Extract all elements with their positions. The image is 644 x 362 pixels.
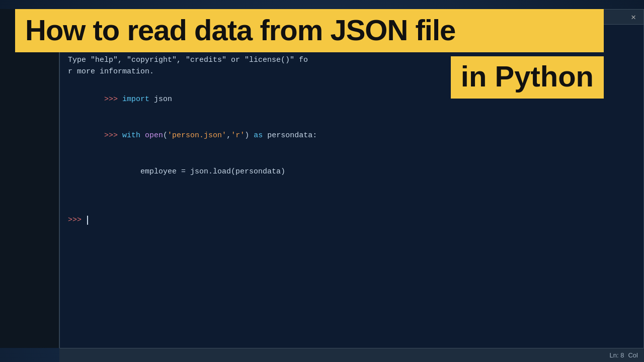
active-prompt-line[interactable]: >>> <box>68 214 635 226</box>
open-builtin: open <box>145 131 163 140</box>
prompt-2: >>> <box>104 131 122 140</box>
col-status: Col <box>628 351 638 359</box>
left-sidebar <box>0 9 59 348</box>
active-prompt: >>> <box>68 214 86 226</box>
code-line-2: >>> with open('person.json','r') as pers… <box>68 118 635 154</box>
import-keyword: import <box>122 95 149 104</box>
status-bar: Ln: 8 Col <box>59 348 644 362</box>
paren-2: ) <box>245 131 254 140</box>
more-info-line: r more information. <box>68 66 635 77</box>
close-button[interactable]: ✕ <box>627 11 639 23</box>
indent: employee = json.load(persondata) <box>104 167 285 176</box>
import-json: json <box>149 95 172 104</box>
ln-status: Ln: 8 <box>610 351 624 359</box>
mode-string: 'r' <box>231 131 245 140</box>
prompt-1: >>> <box>104 95 122 104</box>
version-line-1: Python 3.8.1 (tags/v3.8.1:1b293b6, Dec 1… <box>68 31 635 42</box>
main-window: ✕ Python 3.8.1 (tags/v3.8.1:1b293b6, Dec… <box>59 9 644 362</box>
space-1 <box>140 131 145 140</box>
version-line-2: :24) [MSC v.1916 32 bit (Intel)] on win3… <box>68 42 635 54</box>
help-line: Type "help", "copyright", "credits" or "… <box>68 54 635 66</box>
code-line-3: employee = json.load(persondata) <box>68 154 635 190</box>
cursor <box>87 216 88 225</box>
empty-lines <box>68 190 635 214</box>
python-version-info: Python 3.8.1 (tags/v3.8.1:1b293b6, Dec 1… <box>68 31 635 77</box>
as-keyword: as <box>254 131 263 140</box>
title-bar: ✕ <box>60 10 643 25</box>
paren-1: ( <box>163 131 168 140</box>
filename-string: 'person.json' <box>168 131 226 140</box>
code-block: >>> import json >>> with open('person.js… <box>68 81 635 190</box>
with-keyword: with <box>122 131 140 140</box>
comma-1: , <box>226 131 231 140</box>
code-line-1: >>> import json <box>68 81 635 118</box>
terminal-area[interactable]: Python 3.8.1 (tags/v3.8.1:1b293b6, Dec 1… <box>60 25 643 347</box>
persondata-var: persondata: <box>263 131 317 140</box>
